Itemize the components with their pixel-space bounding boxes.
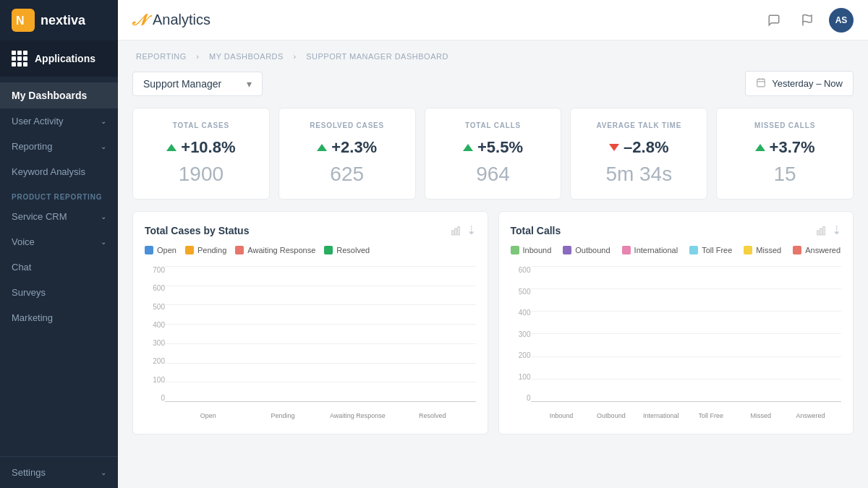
x-axis-label: Missed bbox=[736, 412, 786, 419]
y-axis-label: 100 bbox=[511, 373, 531, 381]
chart-calls-header: Total Calls ⇣ bbox=[511, 223, 842, 237]
legend-color bbox=[511, 246, 519, 254]
download-icon[interactable]: ⇣ bbox=[467, 223, 476, 237]
chat-button[interactable] bbox=[762, 9, 786, 32]
kpi-value: 1900 bbox=[145, 163, 258, 186]
sidebar-item-my-dashboards[interactable]: My Dashboards bbox=[0, 82, 118, 108]
sidebar-nav: My Dashboards User Activity ⌄ Reporting … bbox=[0, 77, 118, 456]
analytics-icon: 𝒩 bbox=[132, 11, 145, 30]
kpi-label: AVERAGE TALK TIME bbox=[582, 121, 695, 129]
legend-label: Resolved bbox=[336, 246, 370, 254]
legend-item: Inbound bbox=[511, 246, 552, 254]
sidebar-item-user-activity[interactable]: User Activity ⌄ bbox=[0, 108, 118, 134]
x-axis: OpenPendingAwaiting ResponseResolved bbox=[165, 412, 476, 419]
legend-label: International bbox=[634, 246, 678, 254]
x-axis-label: Answered bbox=[786, 412, 835, 419]
legend-label: Pending bbox=[197, 246, 226, 254]
kpi-label: MISSED CALLS bbox=[728, 121, 841, 129]
breadcrumb-current: SUPPORT MANAGER DASHBOARD bbox=[306, 52, 448, 61]
bars-area bbox=[165, 266, 476, 402]
flag-button[interactable] bbox=[796, 9, 819, 32]
nextiva-logo: N bbox=[12, 9, 35, 32]
calls-legend: InboundOutboundInternationalToll FreeMis… bbox=[511, 246, 842, 254]
chevron-down-icon: ⌄ bbox=[101, 117, 106, 125]
chart-cases: Total Cases by Status ⇣ OpenPendingAwait… bbox=[132, 211, 488, 435]
chart-cases-header: Total Cases by Status ⇣ bbox=[145, 223, 476, 237]
sidebar-item-marketing[interactable]: Marketing bbox=[0, 305, 118, 330]
user-avatar[interactable]: AS bbox=[829, 8, 854, 33]
legend-color bbox=[563, 246, 571, 254]
kpi-value: 625 bbox=[291, 163, 404, 186]
arrow-up-icon bbox=[166, 144, 176, 151]
legend-item: Missed bbox=[744, 246, 781, 254]
download-icon[interactable]: ⇣ bbox=[832, 223, 841, 237]
page-title-area: 𝒩 Analytics bbox=[132, 11, 210, 30]
kpi-change: +2.3% bbox=[291, 138, 404, 157]
sidebar-settings[interactable]: Settings ⌄ bbox=[0, 456, 118, 488]
breadcrumb: REPORTING › MY DASHBOARDS › SUPPORT MANA… bbox=[132, 52, 854, 61]
legend-color bbox=[324, 246, 333, 254]
legend-item: Answered bbox=[793, 246, 841, 254]
legend-label: Missed bbox=[756, 246, 781, 254]
main-content: 𝒩 Analytics AS REPORTING › MY DASHBOARDS… bbox=[118, 0, 868, 488]
kpi-change-value: +10.8% bbox=[181, 138, 235, 157]
y-axis-label: 600 bbox=[511, 266, 531, 274]
y-axis-label: 200 bbox=[145, 357, 165, 365]
applications-menu[interactable]: Applications bbox=[0, 40, 118, 77]
legend-label: Open bbox=[157, 246, 176, 254]
logo-text: nextiva bbox=[41, 13, 85, 28]
bar-chart-icon bbox=[451, 226, 461, 236]
cases-legend: OpenPendingAwaiting ResponseResolved bbox=[145, 246, 476, 254]
kpi-value: 5m 34s bbox=[582, 163, 695, 186]
sidebar-item-chat[interactable]: Chat bbox=[0, 254, 118, 280]
legend-color bbox=[793, 246, 801, 254]
svg-rect-3 bbox=[757, 79, 765, 87]
kpi-card-average-talk-time: AVERAGE TALK TIME –2.8% 5m 34s bbox=[570, 108, 707, 200]
applications-label: Applications bbox=[35, 53, 95, 64]
charts-row: Total Cases by Status ⇣ OpenPendingAwait… bbox=[132, 211, 854, 435]
sidebar-item-service-crm[interactable]: Service CRM ⌄ bbox=[0, 204, 118, 229]
chart-baseline bbox=[165, 401, 476, 402]
x-axis-label: Resolved bbox=[395, 412, 469, 419]
dashboard-selector[interactable]: Support Manager ▾ bbox=[132, 72, 263, 96]
arrow-up-icon bbox=[317, 144, 327, 151]
sidebar-item-reporting[interactable]: Reporting ⌄ bbox=[0, 134, 118, 159]
kpi-card-total-calls: TOTAL CALLS +5.5% 964 bbox=[425, 108, 562, 200]
svg-rect-12 bbox=[823, 226, 825, 234]
sidebar-item-surveys[interactable]: Surveys bbox=[0, 280, 118, 305]
x-axis-label: Toll Free bbox=[686, 412, 736, 419]
chevron-down-icon: ⌄ bbox=[101, 213, 106, 221]
legend-label: Inbound bbox=[523, 246, 552, 254]
legend-label: Answered bbox=[805, 246, 841, 254]
kpi-change-value: +3.7% bbox=[770, 138, 815, 157]
chevron-down-icon: ⌄ bbox=[101, 142, 106, 150]
svg-rect-7 bbox=[451, 231, 453, 235]
chevron-down-icon: ⌄ bbox=[101, 238, 106, 246]
arrow-up-icon bbox=[463, 144, 473, 151]
y-axis-label: 500 bbox=[511, 288, 531, 296]
kpi-label: TOTAL CASES bbox=[145, 121, 258, 129]
arrow-down-icon bbox=[609, 144, 619, 151]
toolbar: Support Manager ▾ Yesterday – Now bbox=[132, 71, 854, 96]
svg-rect-8 bbox=[454, 228, 456, 235]
legend-color bbox=[185, 246, 194, 254]
y-axis: 6005004003002001000 bbox=[511, 263, 531, 422]
page-content: REPORTING › MY DASHBOARDS › SUPPORT MANA… bbox=[118, 40, 868, 488]
sidebar-item-voice[interactable]: Voice ⌄ bbox=[0, 229, 118, 254]
kpi-change: +5.5% bbox=[437, 138, 550, 157]
legend-item: Outbound bbox=[563, 246, 610, 254]
date-range-picker[interactable]: Yesterday – Now bbox=[745, 71, 854, 96]
chart-calls: Total Calls ⇣ InboundOutboundInternation… bbox=[498, 211, 854, 435]
calendar-icon bbox=[756, 77, 766, 90]
y-axis-label: 300 bbox=[145, 339, 165, 347]
kpi-row: TOTAL CASES +10.8% 1900 RESOLVED CASES +… bbox=[132, 108, 854, 200]
legend-item: Pending bbox=[185, 246, 226, 254]
legend-item: Resolved bbox=[324, 246, 370, 254]
page-title: Analytics bbox=[153, 12, 210, 28]
kpi-value: 964 bbox=[437, 163, 550, 186]
kpi-change-value: –2.8% bbox=[624, 138, 668, 157]
x-axis-label: International bbox=[636, 412, 686, 419]
chart-calls-title: Total Calls bbox=[511, 225, 561, 236]
svg-rect-10 bbox=[817, 231, 819, 235]
sidebar-item-keyword-analysis[interactable]: Keyword Analysis bbox=[0, 159, 118, 184]
